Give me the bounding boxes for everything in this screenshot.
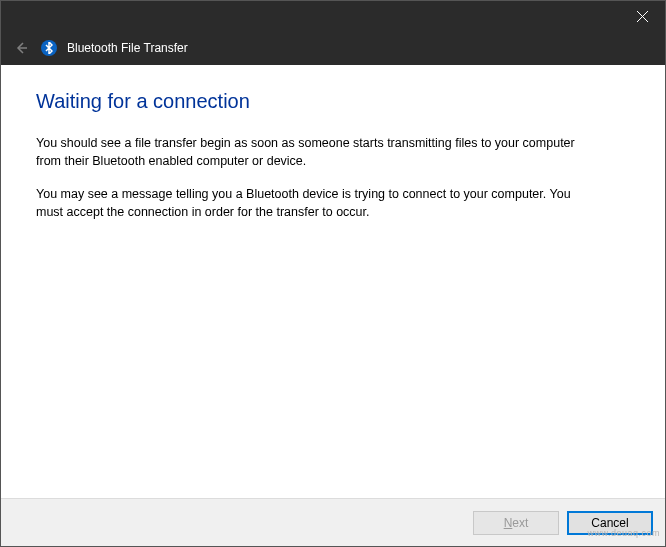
bluetooth-icon xyxy=(41,40,57,56)
content-area: Waiting for a connection You should see … xyxy=(1,65,665,498)
close-icon xyxy=(637,11,648,22)
back-arrow-icon xyxy=(13,40,29,56)
instruction-text-2: You may see a message telling you a Blue… xyxy=(36,186,596,221)
page-heading: Waiting for a connection xyxy=(36,90,630,113)
back-button xyxy=(11,38,31,58)
close-button[interactable] xyxy=(627,1,657,31)
titlebar xyxy=(1,1,665,31)
watermark-text: www.deuaq.com xyxy=(587,528,660,538)
next-button: Next xyxy=(473,511,559,535)
bluetooth-file-transfer-window: Bluetooth File Transfer Waiting for a co… xyxy=(0,0,666,547)
window-title: Bluetooth File Transfer xyxy=(67,41,188,55)
header-bar: Bluetooth File Transfer xyxy=(1,31,665,65)
instruction-text-1: You should see a file transfer begin as … xyxy=(36,135,596,170)
footer-bar: Next Cancel xyxy=(1,498,665,546)
